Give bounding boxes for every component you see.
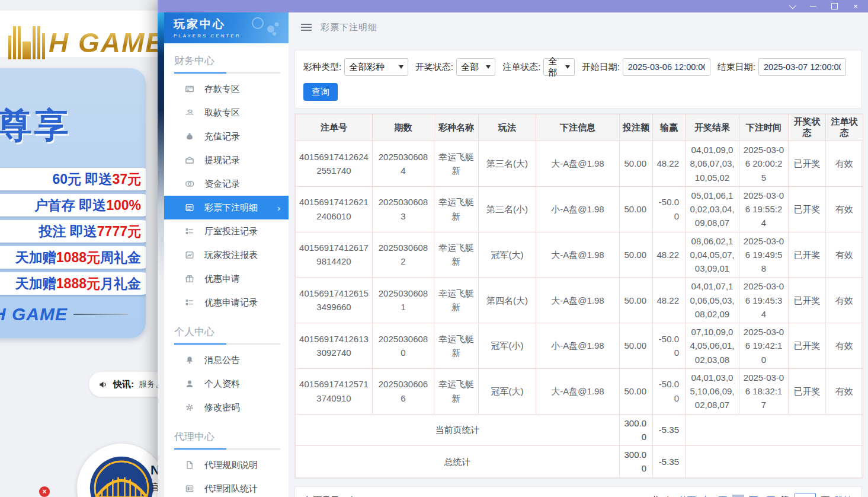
sidebar-item-gift[interactable]: 优惠申请 [164, 267, 289, 291]
table-cell: 大-A盘@1.98 [536, 278, 620, 323]
table-header-cell: 彩种名称 [434, 114, 479, 141]
order-status-label: 注单状态: [502, 62, 540, 73]
wallet-icon [185, 155, 194, 165]
sidebar-item-file[interactable]: 代理规则说明 [164, 453, 289, 477]
search-button[interactable]: 查询 [303, 83, 338, 101]
sidebar-section: 代理中心代理规则说明代理团队统计 [164, 428, 289, 497]
filter-panel: 彩种类型: 全部彩种 开奖状态: 全部 注单状态: 全部 开始日期: 结束日期: [294, 50, 862, 109]
sidebar-item-wallet[interactable]: 提现记录 [164, 148, 289, 172]
page-jump-input[interactable] [795, 493, 816, 497]
table-row: 40156917412621240601020250306083幸运飞艇新第三名… [296, 186, 863, 232]
card-icon [185, 84, 194, 94]
end-date-input[interactable] [758, 58, 846, 76]
prev-page-link[interactable]: 上一页 [701, 495, 727, 497]
sidebar-item-clipboard[interactable]: 厅室投注记录 [164, 219, 289, 243]
chevron-down-icon [486, 65, 491, 69]
sidebar-item-user[interactable]: 个人资料 [164, 372, 289, 396]
table-cell: 2025-03-06 20:00:25 [739, 141, 789, 187]
summary-winloss-total: -5.35 [653, 446, 686, 478]
table-cell: 20250306082 [373, 232, 434, 278]
sidebar-item-clipboard[interactable]: 优惠申请记录 [164, 291, 289, 314]
stats-icon [185, 484, 194, 493]
sidebar-item-bell[interactable]: 消息公告 [164, 348, 289, 372]
sidebar-item-money-bag[interactable]: 充值记录 [164, 125, 289, 148]
jump-link[interactable]: 跳转 [835, 495, 852, 497]
table-cell: 2025-03-06 18:32:17 [739, 368, 789, 414]
table-cell: -50.00 [653, 323, 686, 369]
sidebar-section-label: 代理中心 [164, 428, 289, 448]
sidebar-item-chart[interactable]: 玩家投注报表 [164, 243, 289, 267]
promo-pill-text: 户首存 即送 [34, 196, 106, 215]
promo-banner-card: 尊享 60元 即送37元户首存 即送100%投注 即送7777元天加赠1088元… [0, 68, 146, 338]
ticker-label: 快讯: [113, 379, 134, 390]
table-row: 40156917412617981442020250306082幸运飞艇新冠军(… [296, 232, 863, 278]
summary-empty-cell [686, 414, 863, 446]
sidebar-item-label: 提现记录 [204, 155, 240, 166]
close-badge-icon[interactable]: × [39, 486, 50, 497]
total-count-label: 共6条 [651, 495, 673, 497]
draw-status-label: 开奖状态: [415, 62, 453, 73]
table-cell: 幸运飞艇新 [434, 368, 479, 414]
sidebar-item-label: 取款专区 [204, 107, 240, 119]
table-cell: 2025-03-06 19:45:34 [739, 278, 789, 323]
page-size-label: 每页显示20条 [305, 495, 357, 497]
sidebar-item-list[interactable]: 彩票下注明细› [164, 196, 289, 219]
gamepad-decoration-icon [247, 16, 283, 40]
window-titlebar: × [158, 0, 868, 12]
speaker-icon [98, 380, 108, 390]
page-title: 彩票下注明细 [321, 22, 377, 33]
maximize-icon[interactable] [830, 2, 838, 11]
sidebar-item-card[interactable]: 存款专区 [164, 77, 289, 101]
table-cell: 50.00 [620, 278, 653, 323]
table-cell: 冠军(大) [479, 232, 536, 278]
minimize-icon[interactable] [809, 2, 817, 11]
sidebar-section: 财务中心存款专区取款专区充值记录提现记录资金记录彩票下注明细›厅室投注记录玩家投… [164, 52, 289, 314]
sidebar-item-stats[interactable]: 代理团队统计 [164, 477, 289, 497]
promo-pill-text: 天加赠 [15, 249, 56, 267]
current-page-indicator[interactable]: 1 [732, 495, 744, 497]
sidebar-header: 玩家中心 PLAYERS CENTER [164, 12, 289, 43]
promo-pill-text: 周礼金 [100, 249, 141, 267]
promo-logo-line [73, 314, 128, 315]
table-cell: 08,06,02,10,04,05,07,03,09,01 [686, 232, 739, 278]
draw-status-select[interactable]: 全部 [456, 58, 495, 76]
table-cell: 2025-03-06 19:49:58 [739, 232, 789, 278]
table-cell: 04,01,09,08,06,07,03,10,05,02 [686, 141, 739, 187]
table-cell: 幸运飞艇新 [434, 141, 479, 187]
order-status-select[interactable]: 全部 [543, 58, 574, 76]
summary-row: 总统计300.00-5.35 [296, 446, 863, 478]
table-cell: 有效 [826, 141, 863, 187]
hh-game-logo: H GAME [8, 26, 165, 59]
money-bag-icon [185, 132, 194, 141]
promo-pill-text: 1888元 [56, 275, 100, 293]
gear-icon [185, 403, 194, 412]
table-cell: 50.00 [620, 141, 653, 187]
start-date-input[interactable] [623, 58, 710, 76]
summary-label: 当前页统计 [296, 414, 620, 446]
section-underline [174, 448, 280, 450]
table-cell: 48.22 [653, 278, 686, 323]
section-underline [174, 343, 280, 345]
sidebar-item-hand-coin[interactable]: 取款专区 [164, 101, 289, 125]
chevron-down-icon[interactable] [787, 2, 796, 11]
summary-empty-cell [686, 446, 863, 478]
first-page-link[interactable]: 首页 [678, 495, 696, 497]
coins-icon [185, 179, 194, 189]
close-icon[interactable]: × [851, 2, 860, 11]
sidebar-item-gear[interactable]: 修改密码 [164, 396, 289, 419]
table-cell: 401569174125713740910 [296, 368, 373, 414]
next-page-link[interactable]: 下一页 [750, 495, 776, 497]
table-header-cell: 开奖结果 [686, 114, 739, 141]
gift-icon [185, 274, 194, 283]
promo-pill-text: 37元 [112, 170, 141, 189]
table-row: 40156917412624255174020250306084幸运飞艇新第三名… [296, 141, 863, 187]
hamburger-menu-icon[interactable] [301, 24, 312, 31]
table-cell: 第三名(小) [479, 186, 536, 232]
chart-icon [185, 250, 194, 260]
lottery-type-select[interactable]: 全部彩种 [344, 58, 408, 76]
promo-pill-text: 投注 即送 [39, 222, 97, 241]
table-header-cell: 注单号 [296, 114, 373, 141]
table-cell: 50.00 [620, 186, 653, 232]
table-header-row: 注单号期数彩种名称玩法下注信息投注额输赢开奖结果下注时间开奖状态注单状态 [296, 114, 863, 141]
sidebar-item-coins[interactable]: 资金记录 [164, 172, 289, 196]
